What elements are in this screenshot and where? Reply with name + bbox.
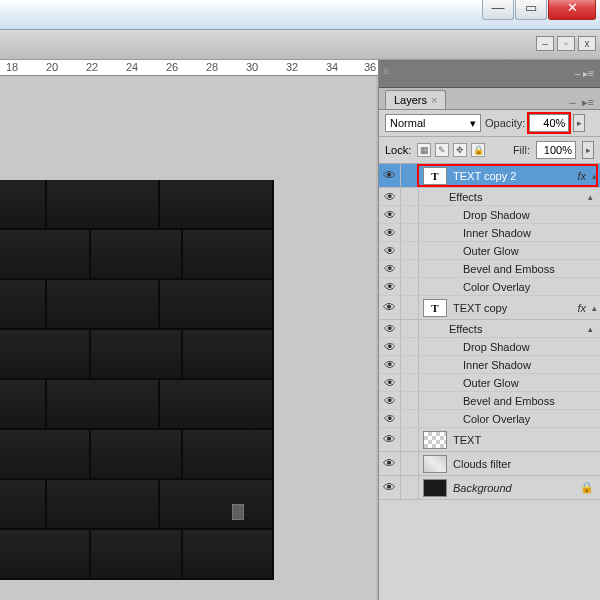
panels-dock: ⠿ – ▸≡ Layers× –▸≡ Normal▾ Opacity: 40% …	[378, 60, 600, 600]
layer-text-copy[interactable]: 👁 T TEXT copy fx▴	[379, 296, 600, 320]
effects-group[interactable]: Effects	[449, 323, 482, 335]
doc-close-button[interactable]: x	[578, 36, 596, 51]
layer-text[interactable]: 👁 TEXT	[379, 428, 600, 452]
window-minimize-button[interactable]: —	[482, 0, 514, 20]
collapsed-panel-header[interactable]: ⠿ – ▸≡	[379, 60, 600, 88]
panel-menu-icon[interactable]: – ▸≡	[575, 68, 594, 79]
effects-group[interactable]: Effects	[449, 191, 482, 203]
effect-bevel-emboss[interactable]: Bevel and Emboss	[463, 263, 555, 275]
layer-text-copy-2[interactable]: 👁 T TEXT copy 2 fx▴	[379, 164, 600, 188]
layer-thumbnail	[423, 479, 447, 497]
effect-inner-shadow[interactable]: Inner Shadow	[463, 359, 531, 371]
panel-tabbar: Layers× –▸≡	[379, 88, 600, 110]
panel-minimize-icon[interactable]: –	[569, 96, 575, 109]
panel-menu-icon[interactable]: ▸≡	[582, 96, 594, 109]
effect-drop-shadow[interactable]: Drop Shadow	[463, 341, 530, 353]
lock-all-icon[interactable]: 🔒	[471, 143, 485, 157]
effect-outer-glow[interactable]: Outer Glow	[463, 245, 519, 257]
effect-outer-glow[interactable]: Outer Glow	[463, 377, 519, 389]
effect-color-overlay[interactable]: Color Overlay	[463, 413, 530, 425]
fill-flyout-button[interactable]: ▸	[582, 141, 594, 159]
effect-inner-shadow[interactable]: Inner Shadow	[463, 227, 531, 239]
opacity-label: Opacity:	[485, 117, 525, 129]
fx-badge[interactable]: fx	[577, 302, 586, 314]
visibility-toggle[interactable]: 👁	[379, 164, 401, 187]
window-close-button[interactable]: ✕	[548, 0, 596, 20]
fill-label: Fill:	[513, 144, 530, 156]
type-layer-icon: T	[423, 167, 447, 185]
lock-label: Lock:	[385, 144, 411, 156]
visibility-toggle[interactable]: 👁	[379, 476, 401, 499]
doc-minimize-button[interactable]: –	[536, 36, 554, 51]
visibility-toggle[interactable]: 👁	[379, 428, 401, 451]
grip-icon: ⠿	[383, 68, 393, 78]
opacity-flyout-button[interactable]: ▸	[573, 114, 585, 132]
effect-bevel-emboss[interactable]: Bevel and Emboss	[463, 395, 555, 407]
effect-drop-shadow[interactable]: Drop Shadow	[463, 209, 530, 221]
doc-restore-button[interactable]: ▫	[557, 36, 575, 51]
tab-close-icon[interactable]: ×	[431, 94, 437, 106]
options-bar: Br Workspace ▼ – ▫ x	[0, 30, 600, 60]
fx-badge[interactable]: fx	[577, 170, 586, 182]
fill-input[interactable]: 100%	[536, 141, 576, 159]
window-titlebar: — ▭ ✕	[0, 0, 600, 30]
opacity-input[interactable]: 40%	[529, 114, 569, 132]
blend-mode-select[interactable]: Normal▾	[385, 114, 481, 132]
lock-pixels-icon[interactable]: ✎	[435, 143, 449, 157]
layer-thumbnail	[423, 455, 447, 473]
lock-position-icon[interactable]: ✥	[453, 143, 467, 157]
layers-list: 👁 T TEXT copy 2 fx▴ 👁Effects▴ 👁Drop Shad…	[379, 164, 600, 500]
lock-transparency-icon[interactable]: ▦	[417, 143, 431, 157]
lock-icon: 🔒	[580, 481, 594, 494]
layer-background[interactable]: 👁 Background 🔒	[379, 476, 600, 500]
type-layer-icon: T	[423, 299, 447, 317]
text-cursor-icon	[232, 504, 244, 520]
tab-layers[interactable]: Layers×	[385, 90, 446, 109]
visibility-toggle[interactable]: 👁	[379, 296, 401, 319]
visibility-toggle[interactable]: 👁	[379, 452, 401, 475]
window-maximize-button[interactable]: ▭	[515, 0, 547, 20]
canvas-area[interactable]	[0, 76, 376, 600]
layer-clouds-filter[interactable]: 👁 Clouds filter	[379, 452, 600, 476]
layer-thumbnail	[423, 431, 447, 449]
effect-color-overlay[interactable]: Color Overlay	[463, 281, 530, 293]
